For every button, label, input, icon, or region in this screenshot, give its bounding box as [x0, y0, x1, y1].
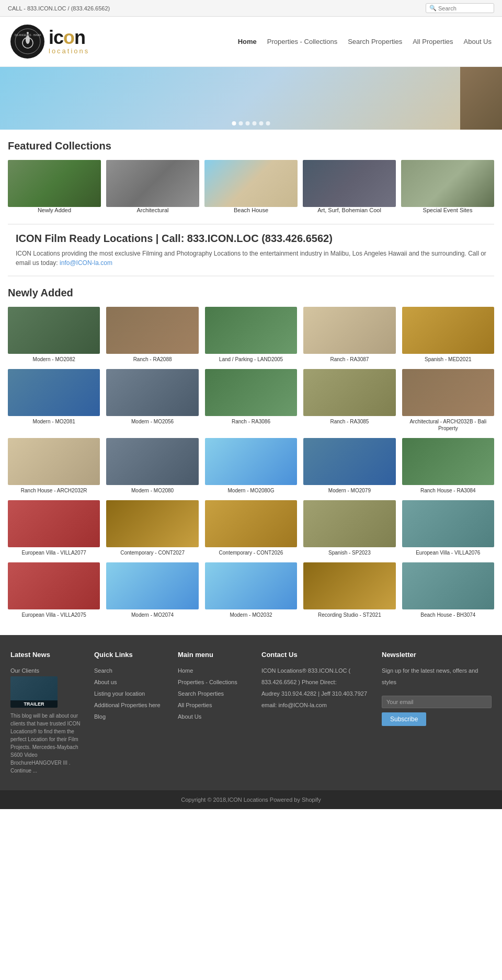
featured-item-1[interactable]: Architectural [106, 160, 199, 213]
prop-item-1-1[interactable]: Modern - MO2056 [106, 369, 198, 432]
footer-menu-collections[interactable]: Properties - Collections [178, 676, 251, 688]
prop-item-1-0[interactable]: Modern - MO2081 [8, 369, 100, 432]
prop-row-5: European Villa - VILLA2075 Modern - MO20… [8, 562, 494, 618]
prop-thumb-0-2 [205, 307, 297, 354]
footer-link-blog[interactable]: Blog [94, 711, 167, 722]
prop-caption-0-2: Land / Parking - LAND2005 [205, 356, 297, 363]
footer-contact: Contact Us ICON Locations® 833.ICON.LOC … [261, 651, 371, 775]
footer-link-search[interactable]: Search [94, 665, 167, 676]
prop-caption-4-1: Modern - MO2074 [106, 612, 198, 618]
logo[interactable]: LOS ANGELES · HAWAII icon locations [10, 25, 89, 59]
nav-home[interactable]: Home [238, 38, 257, 45]
prop-thumb-3-4 [402, 500, 494, 547]
dot-4[interactable] [253, 121, 257, 125]
footer-link-about[interactable]: About us [94, 676, 167, 688]
footer-grid: Latest News Our Clients TRAILER This blo… [10, 651, 492, 775]
prop-caption-2-2: Modern - MO2080G [205, 487, 297, 494]
newsletter-email-input[interactable] [382, 696, 492, 708]
prop-item-2-4[interactable]: Ranch House - RA3084 [402, 438, 494, 494]
featured-caption-4: Special Event Sites [401, 207, 494, 213]
prop-thumb-2-2 [205, 438, 297, 485]
prop-caption-3-3: Spanish - SP2023 [303, 549, 395, 556]
dot-2[interactable] [239, 121, 243, 125]
footer-link-additional[interactable]: Additional Properties here [94, 699, 167, 711]
dot-1[interactable] [232, 121, 236, 125]
nav-about[interactable]: About Us [464, 38, 492, 45]
prop-caption-0-4: Spanish - MED2021 [402, 356, 494, 363]
prop-caption-4-0: European Villa - VILLA2075 [8, 612, 100, 618]
header: LOS ANGELES · HAWAII icon locations Home… [0, 17, 502, 67]
featured-item-3[interactable]: Art, Surf, Bohemian Cool [303, 160, 396, 213]
prop-item-2-1[interactable]: Modern - MO2080 [106, 438, 198, 494]
prop-item-2-0[interactable]: Ranch House - ARCH2032R [8, 438, 100, 494]
hero-dots[interactable] [232, 121, 270, 125]
footer-menu-home[interactable]: Home [178, 665, 251, 676]
prop-item-3-4[interactable]: European Villa - VILLA2076 [402, 500, 494, 556]
prop-item-0-3[interactable]: Ranch - RA3087 [303, 307, 395, 363]
prop-item-1-3[interactable]: Ranch - RA3085 [303, 369, 395, 432]
main-nav: Home Properties - Collections Search Pro… [238, 38, 492, 45]
prop-caption-0-0: Modern - MO2082 [8, 356, 100, 363]
prop-item-0-4[interactable]: Spanish - MED2021 [402, 307, 494, 363]
copyright-text: Copyright © 2018,ICON Locations Powered … [181, 797, 321, 803]
nav-all[interactable]: All Properties [413, 38, 453, 45]
footer-menu-all[interactable]: All Properties [178, 699, 251, 711]
logo-brand: icon [49, 28, 89, 47]
footer-news-title: Latest News [10, 651, 84, 659]
subscribe-button[interactable]: Subscribe [382, 712, 426, 726]
search-box[interactable]: 🔍 [426, 3, 494, 13]
footer-bottom: Copyright © 2018,ICON Locations Powered … [0, 790, 502, 809]
logo-circle-graphic: LOS ANGELES · HAWAII [15, 28, 41, 55]
featured-item-0[interactable]: Newly Added [8, 160, 101, 213]
hero-image-right [460, 67, 502, 130]
footer-menu-about[interactable]: About Us [178, 711, 251, 722]
footer-quick-links: Quick Links Search About us Listing your… [94, 651, 167, 775]
prop-row-3: Ranch House - ARCH2032R Modern - MO2080 … [8, 438, 494, 494]
prop-item-1-2[interactable]: Ranch - RA3086 [205, 369, 297, 432]
prop-item-2-3[interactable]: Modern - MO2079 [303, 438, 395, 494]
prop-item-4-2[interactable]: Modern - MO2032 [205, 562, 297, 618]
prop-caption-3-1: Contemporary - CONT2027 [106, 549, 198, 556]
prop-item-3-1[interactable]: Contemporary - CONT2027 [106, 500, 198, 556]
footer-newsletter-title: Newsletter [382, 651, 492, 659]
footer-link-listing[interactable]: Listing your location [94, 688, 167, 699]
featured-item-2[interactable]: Beach House [204, 160, 298, 213]
prop-item-4-0[interactable]: European Villa - VILLA2075 [8, 562, 100, 618]
film-email-link[interactable]: info@ICON-la.com [60, 259, 112, 267]
prop-thumb-3-2 [205, 500, 297, 547]
prop-item-0-1[interactable]: Ranch - RA2088 [106, 307, 198, 363]
prop-thumb-1-3 [303, 369, 395, 416]
footer-newsletter-desc: Sign up for the latest news, offers and … [382, 665, 492, 688]
prop-caption-0-3: Ranch - RA3087 [303, 356, 395, 363]
prop-item-1-4[interactable]: Architectural - ARCH2032B - Bali Propert… [402, 369, 494, 432]
prop-caption-1-0: Modern - MO2081 [8, 418, 100, 425]
logo-text: icon locations [49, 28, 89, 55]
prop-item-4-4[interactable]: Beach House - BH3074 [402, 562, 494, 618]
footer-contact-line2: Audrey 310.924.4282 | Jeff 310.403.7927 … [261, 688, 371, 711]
footer-menu-search[interactable]: Search Properties [178, 688, 251, 699]
prop-thumb-2-0 [8, 438, 100, 485]
footer-blog-image[interactable]: TRAILER [10, 676, 58, 708]
prop-item-4-3[interactable]: Recording Studio - ST2021 [303, 562, 395, 618]
prop-thumb-2-4 [402, 438, 494, 485]
prop-item-3-3[interactable]: Spanish - SP2023 [303, 500, 395, 556]
prop-thumb-1-2 [205, 369, 297, 416]
prop-item-2-2[interactable]: Modern - MO2080G [205, 438, 297, 494]
featured-item-4[interactable]: Special Event Sites [401, 160, 494, 213]
prop-item-0-0[interactable]: Modern - MO2082 [8, 307, 100, 363]
footer-latest-news: Latest News Our Clients TRAILER This blo… [10, 651, 84, 775]
prop-item-3-2[interactable]: Contemporary - CONT2026 [205, 500, 297, 556]
prop-row-1: Modern - MO2082 Ranch - RA2088 Land / Pa… [8, 307, 494, 363]
prop-thumb-1-4 [402, 369, 494, 416]
search-input[interactable] [438, 5, 490, 11]
footer-quick-title: Quick Links [94, 651, 167, 659]
prop-item-4-1[interactable]: Modern - MO2074 [106, 562, 198, 618]
film-description: ICON Locations providing the most exclus… [16, 249, 486, 268]
nav-collections[interactable]: Properties - Collections [267, 38, 337, 45]
nav-search[interactable]: Search Properties [348, 38, 402, 45]
dot-6[interactable] [266, 121, 270, 125]
prop-item-3-0[interactable]: European Villa - VILLA2077 [8, 500, 100, 556]
prop-item-0-2[interactable]: Land / Parking - LAND2005 [205, 307, 297, 363]
dot-5[interactable] [259, 121, 264, 125]
dot-3[interactable] [246, 121, 250, 125]
